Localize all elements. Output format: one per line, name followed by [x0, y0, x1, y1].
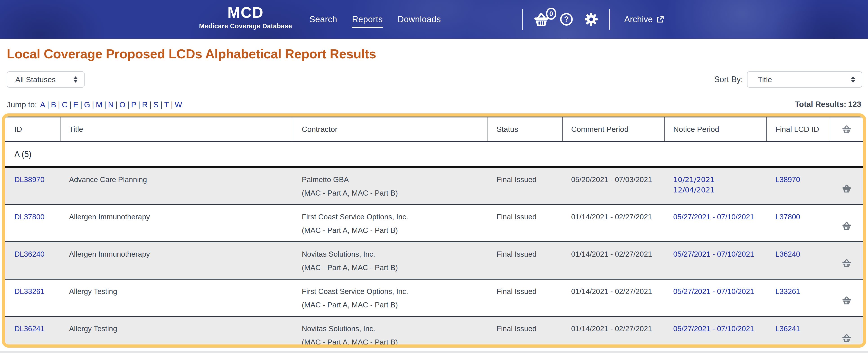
jump-letter-b[interactable]: B — [50, 100, 57, 109]
lcd-title: Allergy Testing — [61, 317, 293, 348]
contractor-name: First Coast Service Options, Inc. — [302, 286, 479, 297]
jump-letter-o[interactable]: O — [119, 100, 126, 109]
table-row: DL33261 Allergy Testing First Coast Serv… — [5, 280, 863, 317]
basket-icon — [842, 259, 851, 267]
status-value: Final Issued — [488, 280, 563, 316]
help-button[interactable]: ? — [560, 13, 573, 26]
lcd-title: Allergen Immunotherapy — [61, 242, 293, 279]
contractor-detail: (MAC - Part A, MAC - Part B) — [302, 225, 479, 236]
notice-period-link[interactable]: 05/27/2021 - 07/10/2021 — [673, 250, 754, 258]
archive-label: Archive — [624, 14, 653, 24]
jump-separator: | — [159, 100, 163, 109]
jump-letter-p[interactable]: P — [130, 100, 137, 109]
jump-letter-t[interactable]: T — [163, 100, 170, 109]
basket-icon — [842, 296, 851, 305]
lcd-id-link[interactable]: DL38970 — [14, 175, 44, 184]
add-to-basket-button[interactable] — [842, 247, 851, 279]
jump-letter-n[interactable]: N — [107, 100, 115, 109]
jump-separator: | — [149, 100, 152, 109]
final-lcd-id-link[interactable]: L37800 — [775, 213, 800, 221]
contractor-cell: First Coast Service Options, Inc. (MAC -… — [293, 280, 488, 316]
group-header-a: A (5) — [5, 142, 863, 168]
contractor-name: Palmetto GBA — [302, 174, 479, 185]
comment-period: 05/20/2021 - 07/03/2021 — [563, 168, 665, 204]
archive-link[interactable]: Archive — [624, 14, 664, 24]
notice-period-link[interactable]: 05/27/2021 - 07/10/2021 — [673, 324, 754, 333]
status-value: Final Issued — [488, 317, 563, 348]
basket-icon — [842, 221, 851, 230]
jump-letter-r[interactable]: R — [141, 100, 148, 109]
jump-separator: | — [68, 100, 72, 109]
basket-button[interactable]: 0 — [534, 12, 549, 26]
total-results-value: 123 — [846, 100, 861, 108]
logo-subtitle: Medicare Coverage Database — [198, 23, 293, 30]
group-label: A (5) — [14, 149, 31, 159]
basket-icon — [842, 334, 851, 342]
jump-to-nav: Jump to: A|B|C|E|G|M|N|O|P|R|S|T|W — [7, 100, 183, 109]
col-header-title: Title — [61, 117, 293, 141]
jump-letter-e[interactable]: E — [72, 100, 79, 109]
jump-letter-w[interactable]: W — [174, 100, 183, 109]
header-divider — [522, 9, 523, 30]
lcd-title: Allergen Immunotherapy — [61, 205, 293, 241]
jump-letter-c[interactable]: C — [61, 100, 68, 109]
table-row: DL38970 Advance Care Planning Palmetto G… — [5, 168, 863, 205]
settings-button[interactable] — [584, 12, 598, 26]
jump-letter-a[interactable]: A — [39, 100, 46, 109]
add-to-basket-button[interactable] — [842, 173, 851, 204]
add-to-basket-button[interactable] — [842, 210, 851, 241]
contractor-cell: Novitas Solutions, Inc. (MAC - Part A, M… — [293, 242, 488, 279]
final-lcd-id-link[interactable]: L36240 — [775, 250, 800, 258]
footer-edge — [0, 351, 868, 353]
col-header-notice-period: Notice Period — [665, 117, 767, 141]
sort-by-value: Title — [758, 75, 772, 84]
final-lcd-id-link[interactable]: L38970 — [775, 175, 800, 184]
contractor-detail: (MAC - Part A, MAC - Part B) — [302, 300, 479, 310]
notice-period-link[interactable]: 05/27/2021 - 07/10/2021 — [673, 213, 754, 221]
jump-letter-g[interactable]: G — [83, 100, 91, 109]
comment-period: 01/14/2021 - 02/27/2021 — [563, 317, 665, 348]
basket-icon — [842, 125, 851, 133]
lcd-title: Allergy Testing — [61, 280, 293, 316]
main-nav: Search Reports Downloads — [309, 0, 441, 39]
jump-separator: | — [126, 100, 130, 109]
jump-separator: | — [170, 100, 174, 109]
jump-letter-s[interactable]: S — [152, 100, 159, 109]
status-value: Final Issued — [488, 168, 563, 204]
sort-by-group: Sort By: Title — [714, 71, 862, 87]
col-header-comment-period: Comment Period — [563, 117, 665, 141]
lcd-id-link[interactable]: DL37800 — [14, 213, 44, 221]
final-lcd-id-link[interactable]: L33261 — [775, 287, 800, 295]
jump-separator: | — [80, 100, 83, 109]
notice-period-link[interactable]: 05/27/2021 - 07/10/2021 — [673, 287, 754, 295]
external-link-icon — [656, 15, 664, 23]
nav-downloads[interactable]: Downloads — [398, 14, 441, 25]
contractor-detail: (MAC - Part A, MAC - Part B) — [302, 262, 479, 273]
col-header-final-lcd-id: Final LCD ID — [767, 117, 830, 141]
nav-reports[interactable]: Reports — [352, 14, 383, 28]
select-arrows-icon — [850, 76, 856, 83]
gear-icon — [584, 12, 598, 26]
final-lcd-id-link[interactable]: L36241 — [775, 324, 800, 333]
lcd-id-link[interactable]: DL36241 — [14, 324, 44, 333]
col-header-id: ID — [5, 117, 61, 141]
lcd-id-link[interactable]: DL36240 — [14, 250, 44, 258]
mcd-logo[interactable]: MCD Medicare Coverage Database — [198, 4, 293, 30]
help-icon: ? — [560, 13, 573, 26]
add-to-basket-button[interactable] — [842, 322, 851, 348]
status-filter-select[interactable]: All Statuses — [7, 71, 85, 87]
logo-title: MCD — [198, 4, 293, 21]
sort-by-select[interactable]: Title — [747, 71, 862, 87]
nav-search[interactable]: Search — [309, 14, 337, 25]
col-header-contractor: Contractor — [293, 117, 488, 141]
basket-count-badge: 0 — [546, 8, 556, 20]
add-to-basket-button[interactable] — [842, 284, 851, 316]
status-value: Final Issued — [488, 242, 563, 279]
select-arrows-icon — [73, 76, 78, 83]
notice-period-link[interactable]: 10/21/2021 - 12/04/2021 — [673, 175, 720, 194]
jump-letter-m[interactable]: M — [95, 100, 103, 109]
site-header: MCD Medicare Coverage Database Search Re… — [0, 0, 868, 39]
header-tools: 0 ? — [522, 0, 664, 39]
lcd-id-link[interactable]: DL33261 — [14, 287, 44, 295]
col-header-basket[interactable] — [830, 117, 863, 141]
